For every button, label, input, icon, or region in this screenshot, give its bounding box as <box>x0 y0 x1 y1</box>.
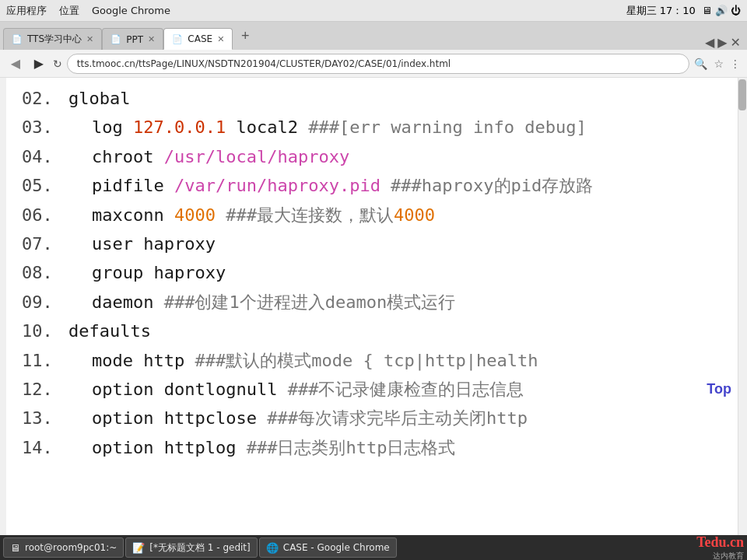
line-number: 02. <box>22 84 68 113</box>
sys-icons: 🖥 🔊 ⏻ <box>702 5 741 16</box>
line-content: maxconn 4000 ###最大连接数，默认4000 <box>68 201 435 229</box>
line-content: option dontlognull ###不记录健康检查的日志信息 <box>68 375 524 404</box>
line-number: 11. <box>22 346 68 375</box>
code-line: 08.group haproxy <box>6 258 738 287</box>
titlebar-right: 星期三 17：10 🖥 🔊 ⏻ <box>626 4 741 18</box>
url-field[interactable]: tts.tmooc.cn/ttsPage/LINUX/NSDTN201904/C… <box>67 54 690 74</box>
line-number: 03. <box>22 113 68 142</box>
code-line: 10.defaults <box>6 317 738 345</box>
star-icon[interactable]: ☆ <box>714 58 724 70</box>
line-content: chroot /usr/local/haproxy <box>68 142 349 171</box>
line-number: 09. <box>22 288 68 317</box>
clock: 星期三 17：10 <box>626 4 696 18</box>
titlebar: 应用程序 位置 Google Chrome 星期三 17：10 🖥 🔊 ⏻ <box>0 0 747 22</box>
menu-location[interactable]: 位置 <box>59 4 79 18</box>
line-content: group haproxy <box>68 258 226 287</box>
code-line: 02.global <box>6 84 738 113</box>
titlebar-left: 应用程序 位置 Google Chrome <box>6 4 170 18</box>
tab-ppt[interactable]: 📄 PPT ✕ <box>102 28 163 50</box>
line-content: log 127.0.0.1 local2 ###[err warning inf… <box>68 113 587 142</box>
line-number: 13. <box>22 404 68 432</box>
code-line: 09.daemon ###创建1个进程进入deamon模式运行 <box>6 288 738 317</box>
line-number: 08. <box>22 258 68 287</box>
scrollbar-left <box>0 78 6 535</box>
scrollbar-right[interactable] <box>738 78 747 535</box>
code-line: 05.pidfile /var/run/haproxy.pid ###hapro… <box>6 171 738 200</box>
tabbar-right: ◀ ▶ ✕ <box>254 35 744 50</box>
line-content: option httplog ###日志类别http日志格式 <box>68 433 455 462</box>
line-content: global <box>68 84 130 113</box>
tab-ppt-label: PPT <box>126 34 143 45</box>
top-button[interactable]: Top <box>707 381 731 397</box>
line-content: user haproxy <box>68 229 216 258</box>
terminal-icon: 🖥 <box>10 542 20 554</box>
tab-tts[interactable]: 📄 TTS学习中心 ✕ <box>3 28 102 50</box>
chrome-label: CASE - Google Chrome <box>283 542 390 553</box>
menu-icon[interactable]: ⋮ <box>730 58 741 70</box>
line-content: daemon ###创建1个进程进入deamon模式运行 <box>68 288 455 317</box>
tab-tts-label: TTS学习中心 <box>27 33 82 46</box>
addressbar: ◀ ▶ ↻ tts.tmooc.cn/ttsPage/LINUX/NSDTN20… <box>0 50 747 78</box>
addr-icons: 🔍 ☆ ⋮ <box>694 58 741 70</box>
tab-case[interactable]: 📄 CASE ✕ <box>163 28 233 50</box>
taskbar-terminal[interactable]: 🖥 root@room9pc01:~ <box>3 537 124 558</box>
brand-wrap: Tedu.cn 达内教育 <box>696 534 744 561</box>
menu-apps[interactable]: 应用程序 <box>6 4 47 18</box>
taskbar-gedit[interactable]: 📝 [*无标题文档 1 - gedit] <box>125 537 257 558</box>
tab-tts-icon: 📄 <box>12 34 23 44</box>
tabbar: 📄 TTS学习中心 ✕ 📄 PPT ✕ 📄 CASE ✕ + ◀ ▶ ✕ <box>0 22 747 50</box>
line-number: 06. <box>22 201 68 229</box>
code-line: 07.user haproxy <box>6 229 738 258</box>
line-number: 14. <box>22 433 68 462</box>
taskbar-brand: Tedu.cn 达内教育 <box>696 534 744 561</box>
terminal-label: root@room9pc01:~ <box>25 542 117 553</box>
code-line: 14.option httplog ###日志类别http日志格式 <box>6 433 738 462</box>
forward-button[interactable]: ▶ <box>30 56 48 71</box>
taskbar-chrome[interactable]: 🌐 CASE - Google Chrome <box>259 537 397 558</box>
new-tab-button[interactable]: + <box>236 26 254 45</box>
code-line: 06.maxconn 4000 ###最大连接数，默认4000 <box>6 201 738 229</box>
code-line: 11.mode http ###默认的模式mode { tcp|http|hea… <box>6 346 738 375</box>
back-button[interactable]: ◀ <box>6 56 25 71</box>
code-line: 04.chroot /usr/local/haproxy <box>6 142 738 171</box>
line-number: 12. <box>22 375 68 404</box>
gedit-icon: 📝 <box>132 542 145 554</box>
chrome-icon: 🌐 <box>266 542 279 554</box>
tab-case-label: CASE <box>188 33 212 44</box>
brand-subtitle: 达内教育 <box>713 551 744 561</box>
line-number: 05. <box>22 171 68 200</box>
tab-nav-left[interactable]: ◀ <box>705 35 714 50</box>
code-line: 03.log 127.0.0.1 local2 ###[err warning … <box>6 113 738 142</box>
tab-tts-close[interactable]: ✕ <box>86 34 93 44</box>
line-content: mode http ###默认的模式mode { tcp|http|health <box>68 346 538 375</box>
line-number: 04. <box>22 142 68 171</box>
line-content: pidfile /var/run/haproxy.pid ###haproxy的… <box>68 171 593 200</box>
tab-case-close[interactable]: ✕ <box>217 34 224 44</box>
tab-menu[interactable]: ✕ <box>731 35 741 50</box>
tab-ppt-close[interactable]: ✕ <box>148 34 155 44</box>
refresh-button[interactable]: ↻ <box>53 58 62 70</box>
scrollbar-thumb <box>738 79 746 110</box>
brand-name: Tedu.cn <box>696 534 744 551</box>
url-text: tts.tmooc.cn/ttsPage/LINUX/NSDTN201904/C… <box>77 58 451 69</box>
line-number: 10. <box>22 317 68 345</box>
menu-chrome[interactable]: Google Chrome <box>92 5 170 16</box>
taskbar: 🖥 root@room9pc01:~ 📝 [*无标题文档 1 - gedit] … <box>0 535 747 560</box>
tab-ppt-icon: 📄 <box>110 34 121 44</box>
line-number: 07. <box>22 229 68 258</box>
code-line: 12.option dontlognull ###不记录健康检查的日志信息 <box>6 375 738 404</box>
tab-case-icon: 📄 <box>172 34 183 44</box>
line-content: option httpclose ###每次请求完毕后主动关闭http <box>68 404 528 432</box>
content-wrapper: 02.global03.log 127.0.0.1 local2 ###[err… <box>0 78 747 535</box>
tab-nav-right[interactable]: ▶ <box>717 35 727 50</box>
code-line: 13.option httpclose ###每次请求完毕后主动关闭http <box>6 404 738 432</box>
search-icon[interactable]: 🔍 <box>694 58 707 70</box>
gedit-label: [*无标题文档 1 - gedit] <box>149 541 250 555</box>
line-content: defaults <box>68 317 151 345</box>
main-content: 02.global03.log 127.0.0.1 local2 ###[err… <box>6 78 738 535</box>
